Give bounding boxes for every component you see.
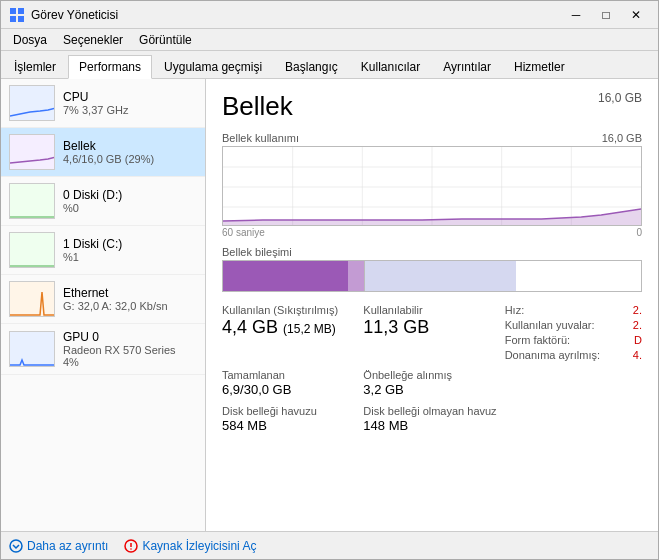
gpu0-info: GPU 0 Radeon RX 570 Series 4% [63,330,197,368]
stat-pool-value: 584 MB [222,418,359,433]
gpu0-name: GPU 0 [63,330,197,344]
chart1-max: 16,0 GB [602,132,642,144]
window-title: Görev Yöneticisi [31,8,118,22]
sidebar-item-cpu[interactable]: CPU 7% 3,37 GHz [1,79,205,128]
detail-title: Bellek [222,91,293,122]
bellek-name: Bellek [63,139,197,153]
title-controls: ─ □ ✕ [562,5,650,25]
svg-rect-4 [10,86,55,121]
title-bar-left: Görev Yöneticisi [9,7,118,23]
disk1-name: 1 Diski (C:) [63,237,197,251]
sidebar-item-disk1[interactable]: 1 Diski (C:) %1 [1,226,205,275]
stat-available-label: Kullanılabilir [363,304,500,316]
tab-performans[interactable]: Performans [68,55,152,79]
usage-chart [222,146,642,226]
svg-rect-2 [10,16,16,22]
stat-pool-label: Disk belleği havuzu [222,405,359,417]
cpu-mini-chart [9,85,55,121]
resource-monitor-link[interactable]: Kaynak İzleyicisini Aç [124,539,256,553]
sidebar-item-gpu0[interactable]: GPU 0 Radeon RX 570 Series 4% [1,324,205,375]
close-button[interactable]: ✕ [622,5,650,25]
composition-label: Bellek bileşimi [222,246,642,258]
sidebar-item-disk0[interactable]: 0 Diski (D:) %0 [1,177,205,226]
svg-point-23 [131,548,133,550]
stat-slots-value: 2. [633,319,642,331]
ethernet-mini-chart [9,281,55,317]
comp-free [516,261,641,291]
svg-rect-9 [10,332,55,367]
stat-hw-row: Donanıma ayrılmış: 4. [505,349,642,361]
gpu0-percent: 4% [63,356,197,368]
stat-speed-label: Hız: [505,304,525,316]
stat-hw-label: Donanıma ayrılmış: [505,349,600,361]
bellek-mini-chart [9,134,55,170]
chart1-label: Bellek kullanımı [222,132,299,144]
detail-header: Bellek 16,0 GB [222,91,642,122]
ethernet-name: Ethernet [63,286,197,300]
tab-islemler[interactable]: İşlemler [3,55,67,78]
disk0-mini-chart [9,183,55,219]
comp-inuse [223,261,348,291]
app-icon [9,7,25,23]
bellek-info: Bellek 4,6/16,0 GB (29%) [63,139,197,165]
stat-right: Hız: 2. Kullanılan yuvalar: 2. Form fakt… [505,304,642,361]
chart1-time: 60 saniye 0 [222,227,642,238]
disk0-detail: %0 [63,202,197,214]
ethernet-info: Ethernet G: 32,0 A: 32,0 Kb/sn [63,286,197,312]
sidebar-item-ethernet[interactable]: Ethernet G: 32,0 A: 32,0 Kb/sn [1,275,205,324]
comp-standby [365,261,515,291]
chart1-label-row: Bellek kullanımı 16,0 GB [222,132,642,144]
stat-available-value: 11,3 GB [363,317,500,338]
maximize-button[interactable]: □ [592,5,620,25]
svg-rect-0 [10,8,16,14]
cpu-detail: 7% 3,37 GHz [63,104,197,116]
sidebar: CPU 7% 3,37 GHz Bellek 4,6/16,0 GB (29%) [1,79,206,531]
tab-ayrintilar[interactable]: Ayrıntılar [432,55,502,78]
svg-rect-1 [18,8,24,14]
tab-baslangic[interactable]: Başlangıç [274,55,349,78]
stat-cached: Önbelleğe alınmış 3,2 GB [363,369,500,397]
resource-monitor-icon [124,539,138,553]
disk1-detail: %1 [63,251,197,263]
stat-nopool-value: 148 MB [363,418,500,433]
disk1-mini-chart [9,232,55,268]
detail-panel: Bellek 16,0 GB Bellek kullanımı 16,0 GB [206,79,658,531]
chart1-zero: 0 [636,227,642,238]
sidebar-item-bellek[interactable]: Bellek 4,6/16,0 GB (29%) [1,128,205,177]
tab-kullanicilar[interactable]: Kullanıcılar [350,55,431,78]
stat-form-label: Form faktörü: [505,334,570,346]
stat-used: Kullanılan (Sıkıştırılmış) 4,4 GB (15,2 … [222,304,359,361]
comp-modified [348,261,365,291]
menu-goruntuyle[interactable]: Görüntüle [131,31,200,49]
stat-available: Kullanılabilir 11,3 GB [363,304,500,361]
arrow-down-icon [9,539,23,553]
svg-point-20 [10,540,22,552]
svg-rect-5 [10,135,55,170]
menu-bar: Dosya Seçenekler Görüntüle [1,29,658,51]
minimize-button[interactable]: ─ [562,5,590,25]
stat-hw-value: 4. [633,349,642,361]
cpu-name: CPU [63,90,197,104]
less-detail-link[interactable]: Daha az ayrıntı [9,539,108,553]
composition-section: Bellek bileşimi [222,246,642,292]
stat-empty [505,369,642,397]
chart1-time-label: 60 saniye [222,227,265,238]
stat-slots-label: Kullanılan yuvalar: [505,319,595,331]
stat-cached-label: Önbelleğe alınmış [363,369,500,381]
gpu0-detail: Radeon RX 570 Series [63,344,197,356]
menu-secenekler[interactable]: Seçenekler [55,31,131,49]
stat-form-value: D [634,334,642,346]
stat-speed-value: 2. [633,304,642,316]
menu-dosya[interactable]: Dosya [5,31,55,49]
stat-completed-label: Tamamlanan [222,369,359,381]
disk0-info: 0 Diski (D:) %0 [63,188,197,214]
stats-grid: Kullanılan (Sıkıştırılmış) 4,4 GB (15,2 … [222,304,642,433]
stat-used-label: Kullanılan (Sıkıştırılmış) [222,304,359,316]
ethernet-detail: G: 32,0 A: 32,0 Kb/sn [63,300,197,312]
bellek-detail: 4,6/16,0 GB (29%) [63,153,197,165]
tab-uygulama[interactable]: Uygulama geçmişi [153,55,273,78]
tab-hizmetler[interactable]: Hizmetler [503,55,576,78]
composition-bar [222,260,642,292]
main-content: CPU 7% 3,37 GHz Bellek 4,6/16,0 GB (29%) [1,79,658,531]
stat-nopool-label: Disk belleği olmayan havuz [363,405,500,417]
